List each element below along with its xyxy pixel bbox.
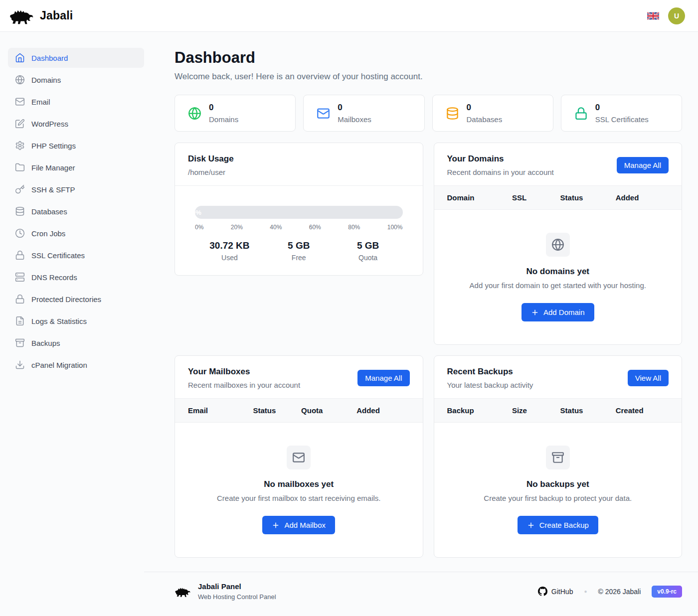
add-mailbox-button[interactable]: Add Mailbox	[262, 516, 335, 534]
sidebar-item-label: Cron Jobs	[31, 229, 65, 238]
database-icon	[15, 206, 25, 216]
sidebar: DashboardDomainsEmailWordPressPHP Settin…	[0, 32, 144, 397]
panel-title: Your Domains	[447, 154, 554, 164]
plus-icon	[531, 308, 539, 316]
scale-tick: 20%	[231, 224, 243, 231]
database-icon	[446, 107, 459, 120]
sidebar-item-domains[interactable]: Domains	[8, 70, 144, 90]
clock-icon	[15, 228, 25, 238]
disk-stat-free: 5 GBFree	[264, 240, 334, 262]
mail-icon	[15, 97, 25, 107]
stat-value: 0	[338, 103, 371, 113]
sidebar-item-email[interactable]: Email	[8, 92, 144, 112]
scale-tick: 0%	[195, 224, 203, 231]
file-text-icon	[15, 316, 25, 326]
sidebar-item-backups[interactable]: Backups	[8, 333, 144, 353]
sidebar-item-label: Dashboard	[31, 54, 68, 62]
column-header-created: Created	[616, 406, 669, 415]
page-title: Dashboard	[174, 49, 682, 67]
column-header-size: Size	[512, 406, 560, 415]
button-label: Add Mailbox	[284, 521, 326, 529]
manage-all-button[interactable]: Manage All	[357, 370, 409, 386]
footer-separator: ●	[584, 589, 587, 594]
version-badge: v0.9-rc	[652, 586, 682, 598]
manage-all-button[interactable]: Manage All	[617, 157, 669, 173]
sidebar-item-ssh-sftp[interactable]: SSH & SFTP	[8, 179, 144, 199]
disk-usage-percent: 0%	[195, 209, 201, 216]
disk-stat-label: Quota	[334, 254, 403, 262]
column-header-email: Email	[188, 406, 253, 415]
server-icon	[15, 272, 25, 282]
main-content: Dashboard Welcome back, user! Here is an…	[144, 32, 698, 616]
top-bar: Jabali U	[0, 0, 698, 32]
table-header-row: BackupSizeStatusCreated	[434, 398, 682, 423]
sidebar-item-file-manager[interactable]: File Manager	[8, 157, 144, 177]
stat-label: Mailboxes	[338, 115, 371, 124]
stat-card-ssl-certificates: 0SSL Certificates	[561, 95, 682, 132]
key-icon	[15, 184, 25, 194]
backups-panel: Recent BackupsYour latest backup activit…	[434, 355, 683, 558]
sidebar-item-cron-jobs[interactable]: Cron Jobs	[8, 223, 144, 243]
stat-label: Domains	[209, 115, 238, 124]
download-icon	[15, 360, 25, 370]
add-domain-button[interactable]: Add Domain	[522, 303, 594, 321]
sidebar-item-label: Databases	[31, 207, 67, 216]
button-label: Add Domain	[543, 308, 585, 316]
sidebar-item-dns-records[interactable]: DNS Records	[8, 267, 144, 287]
stat-card-databases: 0Databases	[432, 95, 553, 132]
sidebar-item-logs-statistics[interactable]: Logs & Statistics	[8, 311, 144, 331]
plus-icon	[527, 521, 535, 529]
column-header-ssl: SSL	[512, 193, 560, 202]
column-header-status: Status	[560, 193, 616, 202]
panel-title: Recent Backups	[447, 367, 533, 377]
sidebar-item-ssl-certificates[interactable]: SSL Certificates	[8, 245, 144, 265]
create-backup-button[interactable]: Create Backup	[518, 516, 598, 534]
scale-tick: 80%	[348, 224, 360, 231]
disk-usage-stats: 30.72 KBUsed5 GBFree5 GBQuota	[195, 240, 403, 262]
empty-state-title: No domains yet	[446, 267, 670, 277]
sidebar-item-cpanel-migration[interactable]: cPanel Migration	[8, 355, 144, 375]
github-icon	[538, 587, 547, 596]
stat-card-domains: 0Domains	[174, 95, 296, 132]
column-header-status: Status	[253, 406, 301, 415]
sidebar-item-protected-directories[interactable]: Protected Directories	[8, 289, 144, 309]
lock-icon	[574, 107, 588, 120]
sidebar-item-label: PHP Settings	[31, 142, 76, 150]
archive-icon	[15, 338, 25, 348]
sidebar-item-label: Domains	[31, 76, 61, 84]
sidebar-item-databases[interactable]: Databases	[8, 201, 144, 221]
sidebar-item-label: WordPress	[31, 120, 68, 128]
empty-state-message: Create your first mailbox to start recei…	[187, 494, 411, 502]
table-header-row: EmailStatusQuotaAdded	[175, 398, 423, 423]
empty-state-title: No backups yet	[446, 479, 670, 489]
user-avatar[interactable]: U	[668, 7, 685, 24]
brand: Jabali	[9, 7, 73, 25]
sidebar-item-label: SSL Certificates	[31, 251, 85, 260]
language-flag-icon[interactable]	[647, 12, 659, 20]
sidebar-item-label: File Manager	[31, 163, 75, 172]
panel-subtitle: Recent mailboxes in your account	[188, 381, 300, 389]
domains-panel: Your DomainsRecent domains in your accou…	[434, 143, 683, 345]
sidebar-item-label: cPanel Migration	[31, 361, 87, 369]
sidebar-item-wordpress[interactable]: WordPress	[8, 114, 144, 134]
stats-row: 0Domains0Mailboxes0Databases0SSL Certifi…	[174, 95, 682, 132]
column-header-domain: Domain	[447, 193, 512, 202]
brand-name: Jabali	[40, 9, 73, 22]
view-all-button[interactable]: View All	[628, 370, 669, 386]
sidebar-item-label: SSH & SFTP	[31, 185, 75, 194]
globe-icon	[551, 238, 564, 251]
sidebar-item-php-settings[interactable]: PHP Settings	[8, 136, 144, 155]
sidebar-item-label: Logs & Statistics	[31, 317, 87, 325]
button-label: Create Backup	[539, 521, 589, 529]
page-subtitle: Welcome back, user! Here is an overview …	[174, 72, 682, 82]
lock-icon	[15, 294, 25, 304]
github-link[interactable]: GitHub	[538, 587, 573, 596]
globe-icon	[188, 107, 201, 120]
panel-subtitle: Your latest backup activity	[447, 381, 533, 389]
disk-stat-value: 5 GB	[264, 240, 334, 251]
sidebar-item-dashboard[interactable]: Dashboard	[8, 48, 144, 68]
plus-icon	[272, 521, 280, 529]
mail-icon	[317, 107, 330, 120]
disk-stat-label: Free	[264, 254, 334, 262]
footer-tagline: Web Hosting Control Panel	[198, 593, 276, 601]
